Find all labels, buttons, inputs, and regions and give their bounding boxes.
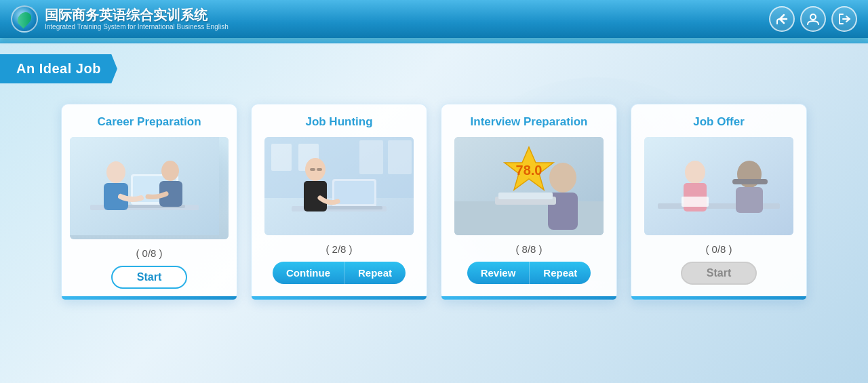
card-hunting-bottom-bar	[252, 296, 427, 300]
svg-rect-19	[334, 181, 374, 204]
header-actions	[769, 6, 857, 32]
svg-rect-26	[454, 201, 604, 235]
svg-rect-16	[388, 140, 412, 174]
card-offer-bottom-bar	[631, 296, 806, 300]
section-title-wrapper: An Ideal Job	[0, 54, 117, 83]
section-title: An Ideal Job	[16, 61, 101, 76]
header-title-cn: 国际商务英语综合实训系统	[45, 7, 229, 23]
exit-button[interactable]	[831, 6, 857, 32]
svg-rect-24	[317, 168, 322, 171]
svg-rect-39	[736, 187, 763, 213]
svg-point-0	[810, 14, 816, 20]
card-career-progress: ( 0/8 )	[136, 247, 162, 259]
hunting-button-group: Continue Repeat	[273, 262, 406, 284]
svg-text:78.0: 78.0	[516, 163, 542, 178]
interview-review-button[interactable]: Review	[467, 262, 530, 284]
svg-rect-13	[271, 144, 292, 171]
user-button[interactable]	[800, 6, 826, 32]
svg-rect-30	[498, 193, 553, 199]
svg-rect-37	[682, 197, 709, 207]
logo-leaf	[15, 9, 34, 28]
card-interview-image: 78.0	[454, 137, 604, 235]
header-title-block: 国际商务英语综合实训系统 Integrated Training System …	[45, 7, 229, 31]
career-start-button[interactable]: Start	[111, 266, 187, 289]
svg-rect-23	[310, 168, 315, 171]
card-job-offer: Job Offer	[631, 104, 807, 300]
card-job-hunting: Job Hunting	[251, 104, 427, 300]
card-interview-progress: ( 8/8 )	[515, 243, 542, 255]
card-offer-progress: ( 0/8 )	[705, 243, 732, 255]
hunting-continue-button[interactable]: Continue	[273, 262, 344, 284]
card-career-preparation: Career Preparation	[61, 104, 237, 300]
header-logo-section: 国际商务英语综合实训系统 Integrated Training System …	[11, 5, 229, 33]
logo-icon	[11, 5, 38, 33]
svg-point-35	[685, 161, 705, 184]
card-interview-title: Interview Preparation	[471, 115, 588, 129]
interview-repeat-button[interactable]: Repeat	[529, 262, 591, 284]
svg-rect-33	[644, 137, 793, 235]
interview-button-group: Review Repeat	[467, 262, 591, 284]
card-offer-image	[644, 137, 793, 235]
header-title-en: Integrated Training System for Internati…	[45, 23, 229, 31]
card-hunting-progress: ( 2/8 )	[326, 243, 352, 255]
card-interview-preparation: Interview Preparation	[441, 104, 617, 300]
card-career-title: Career Preparation	[97, 115, 201, 129]
card-interview-bottom-bar	[441, 296, 616, 300]
svg-rect-40	[732, 179, 768, 184]
svg-rect-15	[359, 140, 383, 174]
hunting-repeat-button[interactable]: Repeat	[344, 262, 406, 284]
card-hunting-image	[264, 137, 414, 235]
svg-rect-20	[327, 206, 382, 209]
section-title-background: An Ideal Job	[0, 54, 117, 83]
svg-rect-22	[304, 181, 327, 211]
svg-point-27	[549, 163, 576, 193]
card-career-image	[70, 137, 229, 239]
subheader-stripe	[0, 38, 868, 43]
header: 国际商务英语综合实训系统 Integrated Training System …	[0, 0, 868, 38]
card-hunting-title: Job Hunting	[305, 115, 372, 129]
offer-start-button: Start	[681, 262, 757, 285]
svg-point-7	[106, 161, 125, 183]
card-career-bottom-bar	[62, 296, 237, 300]
back-button[interactable]	[769, 6, 795, 32]
svg-point-9	[161, 161, 179, 181]
cards-container: Career Preparation	[0, 90, 868, 314]
card-offer-title: Job Offer	[693, 115, 745, 129]
